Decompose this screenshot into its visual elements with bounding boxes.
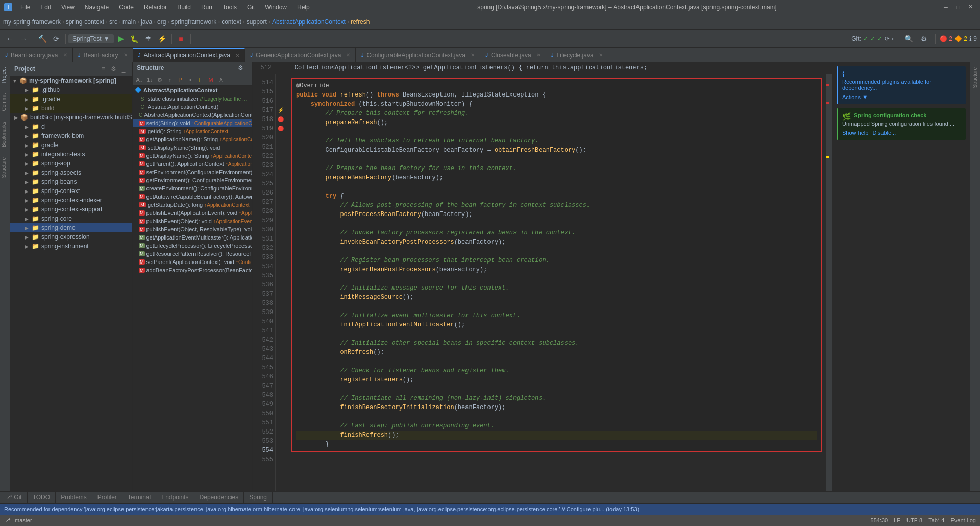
menu-tools[interactable]: Tools [218,3,241,12]
menu-refactor[interactable]: Refactor [140,3,171,12]
fields-button[interactable]: F [196,75,205,84]
tab-beanfactory[interactable]: J BeanFactory ✕ [73,48,133,62]
tree-item-framework-bom[interactable]: ▶ 📁 framework-bom [10,131,132,140]
menu-git[interactable]: Git [243,3,259,12]
code-content[interactable]: @Override public void refresh () throws … [287,74,826,491]
right-panel-toggle[interactable]: Structure [971,62,979,93]
minimize-panel-button[interactable]: _ [244,64,248,71]
tree-item-spring-instrument[interactable]: ▶ 📁 spring-instrument [10,242,132,251]
struct-item-setdisplayname[interactable]: M setDisplayName(String): void [133,144,252,152]
menu-file[interactable]: File [16,3,34,12]
menu-build[interactable]: Build [173,3,195,12]
stop-button[interactable]: ■ [175,32,188,45]
struct-item-constructor2[interactable]: C AbstractApplicationContext(Application… [133,111,252,119]
struct-item-getparent[interactable]: M getParent(): ApplicationContext ↑Appli… [133,160,252,168]
close-icon[interactable]: ✕ [63,52,67,58]
run-button[interactable]: ▶ [114,32,128,45]
line-separator[interactable]: LF [894,517,900,523]
close-icon[interactable]: ✕ [471,52,475,58]
struct-item-publishevent2[interactable]: M publishEvent(Object): void ↑Applicatio… [133,217,252,225]
tree-item-spring-demo[interactable]: ▶ 📁 spring-demo [10,223,132,232]
close-icon[interactable]: ✕ [124,52,128,58]
bc-main[interactable]: main [122,18,136,26]
close-icon[interactable]: ✕ [346,52,350,58]
project-panel-toggle[interactable]: Project [0,62,10,88]
back-button[interactable]: ← [3,32,16,45]
bc-org[interactable]: org [157,18,166,26]
maximize-button[interactable]: □ [952,2,964,13]
bc-method[interactable]: refresh [351,18,370,26]
struct-item-getresource[interactable]: M getResourcePatternResolver(): Resource… [133,250,252,258]
build-button[interactable]: 🔨 [36,32,49,45]
struct-item-static-init[interactable]: S static class initializer // Eagerly lo… [133,94,252,103]
struct-item-getid[interactable]: M getId(): String ↑ApplicationContext [133,127,252,135]
tree-item-gradle[interactable]: ▶ 📁 gradle [10,140,132,150]
struct-item-getdisplayname[interactable]: M getDisplayName(): String ↑ApplicationC… [133,152,252,160]
tab-lifecycle[interactable]: J Lifecycle.java ✕ [546,48,608,62]
commit-panel-toggle[interactable]: Commit [0,88,10,116]
close-icon[interactable]: ✕ [235,53,239,58]
struct-item-setparent[interactable]: M setParent(ApplicationContext): void ↑C… [133,258,252,266]
tree-item-buildsrc[interactable]: ▶ 📦 buildSrc [my-spring-framework.buildS… [10,113,132,122]
tree-item-spring-context[interactable]: ▶ 📁 spring-context [10,186,132,196]
tab-terminal[interactable]: Terminal [122,492,156,503]
tab-generic-app-context[interactable]: J GenericApplicationContext.java ✕ [245,48,356,62]
inherit-button[interactable]: ↑ [165,75,175,84]
tree-item-ci[interactable]: ▶ 📁 ci [10,122,132,131]
tree-item-root[interactable]: ▼ 📦 my-spring-framework [spring] [10,76,132,85]
settings-icon[interactable]: ⚙ [238,64,243,71]
struct-item-getappname[interactable]: M getApplicationName(): String ↑Applicat… [133,135,252,144]
sort-alpha-button[interactable]: A↓ [135,75,144,84]
run-config-selector[interactable]: SpringTest ▼ [68,34,114,43]
git-branch-name[interactable]: master [15,517,32,523]
struct-item-addpostprocessor[interactable]: M addBeanFactoryPostProcessor(BeanFactor… [133,266,252,274]
bc-module[interactable]: spring-context [66,18,104,26]
visibility-button[interactable]: P [176,75,185,84]
struct-item-setenvironment[interactable]: M setEnvironment(ConfigurableEnvironment… [133,168,252,176]
sync-button[interactable]: ⟳ [50,32,63,45]
tab-todo[interactable]: TODO [28,492,56,503]
tree-item-build[interactable]: ▶ 📁 build [10,104,132,113]
settings-icon[interactable]: ⚙ [109,64,118,74]
menu-run[interactable]: Run [197,3,216,12]
struct-item-getmulticaster[interactable]: M getApplicationEventMulticaster(): Appl… [133,233,252,242]
bc-context[interactable]: context [222,18,241,26]
close-button[interactable]: ✕ [965,2,976,13]
collapse-all-button[interactable]: ≡ [99,64,108,74]
tree-item-spring-context-support[interactable]: ▶ 📁 spring-context-support [10,205,132,214]
struct-settings-button[interactable]: ⚙ [155,75,164,84]
search-everywhere[interactable]: 🔍 [902,32,916,45]
event-log-link[interactable]: Event Log [950,517,976,523]
forward-button[interactable]: → [17,32,30,45]
tab-abstract-app-context[interactable]: J AbstractApplicationContext.java ✕ [133,48,245,62]
visibility-button2[interactable]: • [186,75,195,84]
bc-java[interactable]: java [141,18,152,26]
tab-size[interactable]: Tab* 4 [928,517,944,523]
tree-item-spring-aspects[interactable]: ▶ 📁 spring-aspects [10,168,132,177]
struct-item-getautowire[interactable]: M getAutowireCapableBeanFactory(): Autow… [133,193,252,201]
tree-item-spring-beans[interactable]: ▶ 📁 spring-beans [10,177,132,186]
tree-item-integration-tests[interactable]: ▶ 📁 integration-tests [10,150,132,159]
sort-order-button[interactable]: 1↓ [145,75,154,84]
menu-view[interactable]: View [57,3,79,12]
disable-link[interactable]: Disable... [872,130,896,136]
struct-item-publishevent3[interactable]: M publishEvent(Object, ResolvableType): … [133,225,252,233]
struct-item-getlifecycle[interactable]: M getLifecycleProcessor(): LifecycleProc… [133,242,252,250]
bc-src[interactable]: src [109,18,117,26]
encoding[interactable]: UTF-8 [906,517,922,523]
tree-item-spring-aop[interactable]: ▶ 📁 spring-aop [10,159,132,168]
settings-button[interactable]: ⚙ [918,32,931,45]
git-push[interactable]: ⟵ [892,35,900,42]
tab-spring[interactable]: Spring [244,492,273,503]
menu-help[interactable]: Help [293,3,314,12]
struct-item-getstartup[interactable]: M getStartupDate(): long ↑ApplicationCon… [133,201,252,209]
show-help-link[interactable]: Show help [842,130,868,136]
tree-item-github[interactable]: ▶ 📁 .github [10,85,132,94]
plugin-actions-link[interactable]: Actions ▼ [842,94,868,100]
tree-item-gradle-hidden[interactable]: ▶ 📁 .gradle [10,94,132,104]
tab-problems[interactable]: Problems [56,492,92,503]
bookmarks-panel-toggle[interactable]: Bookmarks [0,116,10,152]
tab-profiler[interactable]: Profiler [92,492,122,503]
menu-navigate[interactable]: Navigate [81,3,113,12]
methods-button[interactable]: M [206,75,215,84]
